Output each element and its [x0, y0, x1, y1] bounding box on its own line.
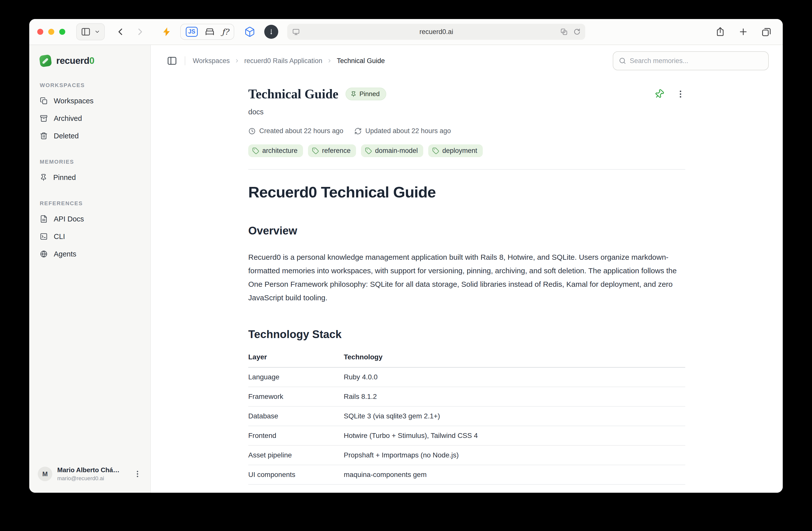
memory-view: Technical Guide Pinned [151, 76, 783, 493]
sidebar-item-deleted[interactable]: Deleted [36, 127, 144, 145]
table-cell: SQLite 3 (via sqlite3 gem 2.1+) [344, 406, 685, 426]
main-content: Workspaces recuerd0 Rails Application Te… [151, 45, 783, 493]
zoom-button[interactable] [59, 29, 65, 35]
tag-reference[interactable]: reference [308, 144, 356, 157]
overview-paragraph: Recuerd0 is a personal knowledge managem… [248, 251, 685, 305]
pin-action-icon[interactable] [652, 87, 666, 101]
table-cell: Propshaft + Importmaps (no Node.js) [344, 445, 685, 465]
tag-domain-model[interactable]: domain-model [361, 144, 423, 157]
js-extension-icon[interactable]: JS [186, 27, 198, 37]
overview-heading: Overview [248, 224, 685, 237]
breadcrumb: Workspaces recuerd0 Rails Application Te… [193, 57, 385, 65]
clock-icon [248, 127, 256, 135]
address-bar[interactable]: recuerd0.ai [287, 24, 585, 40]
close-button[interactable] [37, 29, 43, 35]
table-cell: Asset pipeline [248, 445, 344, 465]
user-kebab-icon[interactable] [133, 470, 142, 478]
table-cell: maquina-components gem [344, 465, 685, 485]
sidebar-item-label: Workspaces [54, 97, 93, 105]
fn-extension-icon[interactable]: ƒ? [222, 27, 229, 36]
cube-extension-icon[interactable] [244, 26, 255, 37]
url-text: recuerd0.ai [420, 28, 453, 36]
pinned-badge: Pinned [346, 87, 386, 100]
table-row: Frontend Hotwire (Turbo + Stimulus), Tai… [248, 426, 685, 445]
table-header-layer: Layer [248, 353, 344, 367]
memory-article: Recuerd0 Technical Guide Overview Recuer… [248, 183, 685, 485]
section-label-references: REFERENCES [36, 200, 144, 207]
table-header-technology: Technology [344, 353, 685, 367]
created-timestamp: Created about 22 hours ago [259, 127, 343, 135]
tag-architecture[interactable]: architecture [248, 144, 303, 157]
sidebar-item-api-docs[interactable]: API Docs [36, 210, 144, 228]
reload-icon[interactable] [573, 28, 581, 36]
new-tab-icon[interactable] [738, 27, 748, 37]
header-divider [185, 56, 185, 65]
search-icon [619, 57, 626, 65]
stack-heading: Technology Stack [248, 328, 685, 340]
chevron-right-icon [234, 58, 240, 64]
table-cell: Frontend [248, 426, 344, 445]
table-cell: UI components [248, 465, 344, 485]
breadcrumb-application[interactable]: recuerd0 Rails Application [244, 57, 322, 65]
section-label-workspaces: WORKSPACES [36, 82, 144, 88]
table-row: Asset pipeline Propshaft + Importmaps (n… [248, 445, 685, 465]
tag-list: architecture reference dom [248, 144, 685, 157]
minimize-button[interactable] [48, 29, 54, 35]
translate-icon[interactable] [560, 28, 568, 36]
toolbar-sidebar-toggle[interactable] [76, 23, 105, 40]
sidebar-item-cli[interactable]: CLI [36, 228, 144, 245]
tag-label: reference [322, 147, 350, 155]
sidebar-item-archived[interactable]: Archived [36, 110, 144, 127]
search-box[interactable] [613, 51, 769, 70]
updated-timestamp: Updated about 22 hours ago [365, 127, 451, 135]
table-row: Framework Rails 8.1.2 [248, 387, 685, 406]
forward-button[interactable] [135, 27, 145, 37]
table-row: UI components maquina-components gem [248, 465, 685, 485]
app-logo[interactable]: recuerd0 [36, 54, 144, 68]
breadcrumb-current: Technical Guide [337, 57, 385, 65]
user-menu[interactable]: M Mario Alberto Chá… mario@recuerd0.ai [36, 466, 144, 482]
sidebar-item-pinned[interactable]: Pinned [36, 169, 144, 186]
chevron-right-icon [327, 58, 332, 64]
content-sidebar-toggle[interactable] [167, 56, 177, 66]
sidebar-item-label: Archived [54, 114, 82, 123]
search-input[interactable] [630, 57, 763, 65]
tab-overview-icon[interactable] [761, 27, 772, 37]
copy-icon [40, 97, 48, 105]
avatar: M [38, 467, 52, 481]
tag-label: architecture [262, 147, 298, 155]
extension-group: JS ƒ? [180, 24, 234, 40]
table-cell: Ruby 4.0.0 [344, 367, 685, 387]
section-label-memories: MEMORIES [36, 159, 144, 165]
pin-icon [350, 91, 357, 97]
memory-subtitle: docs [248, 108, 685, 116]
file-text-icon [40, 215, 48, 223]
logo-text: recuerd0 [56, 56, 94, 66]
table-cell: Database [248, 406, 344, 426]
sidebar-item-agents[interactable]: Agents [36, 245, 144, 263]
panel-left-icon [81, 27, 91, 37]
sidebar-item-workspaces[interactable]: Workspaces [36, 92, 144, 110]
breadcrumb-workspaces[interactable]: Workspaces [193, 57, 230, 65]
content-header: Workspaces recuerd0 Rails Application Te… [151, 45, 783, 76]
sidebar-item-label: API Docs [54, 215, 84, 223]
bed-extension-icon[interactable] [205, 27, 214, 36]
pin-icon [40, 174, 47, 181]
table-cell: Language [248, 367, 344, 387]
content-divider [248, 169, 685, 170]
memory-kebab-icon[interactable] [676, 89, 685, 99]
back-button[interactable] [116, 27, 125, 37]
page-icon[interactable] [292, 28, 300, 36]
terminal-icon [40, 233, 48, 240]
table-row: Language Ruby 4.0.0 [248, 367, 685, 387]
share-icon[interactable] [715, 27, 725, 37]
chevron-down-icon [94, 29, 100, 35]
tag-icon [312, 148, 319, 154]
refresh-icon [354, 127, 362, 135]
dark-extension-icon[interactable] [264, 25, 278, 39]
lightning-extension-icon[interactable] [161, 27, 172, 37]
tag-deployment[interactable]: deployment [428, 144, 483, 157]
tag-icon [252, 148, 259, 154]
tag-label: deployment [442, 147, 477, 155]
technology-stack-table: Layer Technology Language Ruby 4.0.0 [248, 353, 685, 485]
